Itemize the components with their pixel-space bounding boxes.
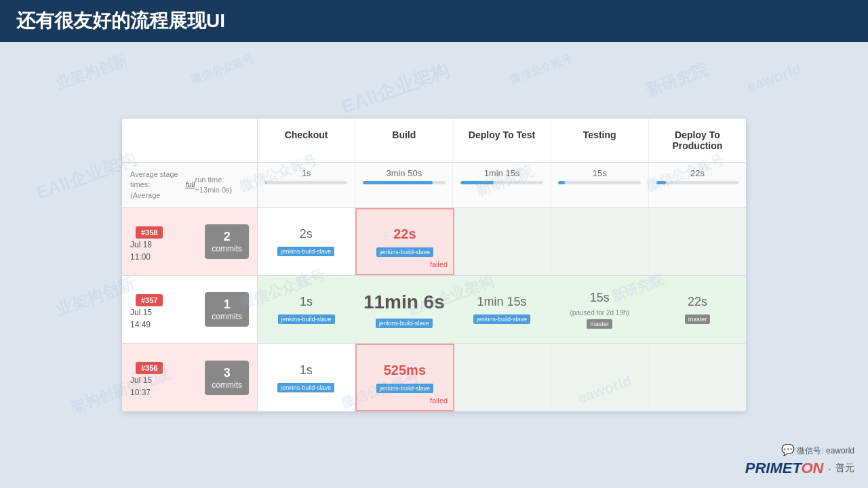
brand-name: PRIMETON	[745, 460, 824, 477]
stage-356-deploy-test	[454, 344, 552, 411]
commits-label-357: commits	[212, 312, 242, 321]
commits-box-357: 1 commits	[205, 292, 249, 327]
stage-cells-357: 1s jenkins-build-slave 11min 6s jenkins-…	[258, 276, 746, 343]
stage-357-testing-agent: master	[587, 319, 612, 329]
stage-357-deploy-prod-time: 22s	[688, 295, 707, 309]
stage-header-deploy-prod: Deploy ToProduction	[649, 119, 746, 162]
avg-deploy-test-fill	[460, 181, 494, 184]
avg-deploy-prod-bar	[656, 181, 739, 184]
avg-testing-time: 15s	[554, 168, 646, 178]
avg-checkout-bar	[265, 181, 348, 184]
avg-build-fill	[363, 181, 433, 184]
stage-358-checkout-time: 2s	[300, 227, 313, 241]
avg-checkout-fill	[265, 181, 267, 184]
avg-checkout: 1s	[258, 163, 355, 207]
avg-info-label: Average stage times:(Average full run ti…	[122, 163, 258, 207]
left-info-header	[122, 119, 258, 162]
build-meta-357: #357 Jul 1514:49	[130, 289, 199, 331]
stage-358-testing	[552, 208, 650, 275]
build-info-358: #358 Jul 1811:00 2 commits	[122, 208, 258, 275]
build-info-357: #357 Jul 1514:49 1 commits	[122, 276, 258, 343]
wechat-icon: 💬	[781, 444, 795, 455]
stage-357-build-time: 11min 6s	[363, 291, 445, 313]
avg-cells: 1s 3min 50s 1min 15s	[258, 163, 746, 207]
stage-357-checkout: 1s jenkins-build-slave	[258, 276, 355, 343]
avg-checkout-time: 1s	[260, 168, 352, 178]
stage-357-build: 11min 6s jenkins-build-slave	[355, 276, 453, 343]
stage-header-deploy-test: Deploy To Test	[453, 119, 551, 162]
page-header: 还有很友好的流程展现UI	[0, 0, 868, 42]
stage-cells-356: 1s jenkins-build-slave 525ms jenkins-bui…	[258, 344, 746, 411]
avg-testing: 15s	[551, 163, 649, 207]
stage-header-build: Build	[355, 119, 453, 162]
build-meta-358: #358 Jul 1811:00	[130, 221, 199, 263]
stage-356-build: 525ms jenkins-build-slave failed	[355, 344, 455, 411]
build-badge-357[interactable]: #357	[136, 294, 163, 306]
stage-358-build-failed: failed	[430, 260, 448, 268]
stage-357-checkout-time: 1s	[300, 295, 313, 309]
commits-num-358: 2	[212, 230, 242, 244]
average-row: Average stage times:(Average full run ti…	[122, 163, 746, 208]
stage-358-deploy-prod	[649, 208, 746, 275]
stage-358-build-agent: jenkins-build-slave	[376, 247, 433, 257]
wechat-info: 💬 微信号: eaworld	[781, 443, 854, 457]
brand-dot: ·	[827, 461, 831, 476]
stage-header-checkout: Checkout	[258, 119, 355, 162]
stage-356-testing	[552, 344, 650, 411]
stage-356-checkout-time: 1s	[300, 363, 313, 378]
build-date-357: Jul 1514:49	[130, 306, 199, 331]
avg-testing-bar	[558, 181, 641, 184]
build-badge-356[interactable]: #356	[136, 362, 163, 374]
stage-358-build: 22s jenkins-build-slave failed	[355, 208, 455, 275]
stage-357-build-agent: jenkins-build-slave	[376, 319, 433, 328]
stage-356-checkout-agent: jenkins-build-slave	[277, 383, 334, 392]
build-badge-358[interactable]: #358	[136, 226, 163, 239]
brand-chinese: 普元	[835, 462, 854, 474]
stage-357-testing-time: 15s	[590, 291, 610, 305]
content-area: Checkout Build Deploy To Test Testing De…	[0, 42, 868, 488]
avg-build-time: 3min 50s	[358, 168, 450, 178]
stage-357-testing-paused: (paused for 2d 19h)	[570, 309, 629, 317]
avg-deploy-prod: 22s	[649, 163, 746, 207]
avg-build: 3min 50s	[355, 163, 453, 207]
avg-deploy-test-bar	[460, 181, 543, 184]
stage-356-build-failed: failed	[430, 396, 448, 405]
avg-testing-fill	[558, 181, 565, 184]
stage-358-checkout-agent: jenkins-build-slave	[277, 247, 334, 256]
stage-358-build-time: 22s	[393, 226, 416, 242]
commits-box-356: 3 commits	[205, 361, 249, 395]
logo-area: 💬 微信号: eaworld PRIMETON · 普元	[745, 443, 854, 477]
wechat-label: 微信号: eaworld	[797, 446, 854, 455]
commits-label-356: commits	[212, 380, 242, 390]
avg-deploy-test: 1min 15s	[453, 163, 551, 207]
stage-356-checkout: 1s jenkins-build-slave	[258, 344, 355, 411]
avg-deploy-test-time: 1min 15s	[456, 168, 547, 178]
page-title: 还有很友好的流程展现UI	[16, 8, 225, 34]
avg-deploy-prod-time: 22s	[652, 168, 743, 178]
build-info-356: #356 Jul 1510:37 3 commits	[122, 344, 258, 411]
build-row-356: #356 Jul 1510:37 3 commits 1s jenkins-bu…	[122, 344, 746, 411]
stage-356-build-time: 525ms	[384, 363, 426, 378]
build-date-356: Jul 1510:37	[130, 374, 199, 399]
stage-358-deploy-test	[454, 208, 552, 275]
pipeline-container: Checkout Build Deploy To Test Testing De…	[122, 119, 746, 411]
build-date-358: Jul 1811:00	[130, 239, 199, 263]
stage-357-checkout-agent: jenkins-build-slave	[278, 314, 335, 324]
build-row-357: #357 Jul 1514:49 1 commits 1s jenkins-bu…	[122, 276, 746, 344]
stage-357-deploy-prod: 22s master	[649, 276, 746, 343]
stages-header: Checkout Build Deploy To Test Testing De…	[122, 119, 746, 163]
stage-357-deploy-test-agent: jenkins-build-slave	[473, 314, 530, 324]
commits-box-358: 2 commits	[205, 224, 249, 259]
stage-header-testing: Testing	[551, 119, 649, 162]
build-row-358: #358 Jul 1811:00 2 commits 2s jenkins-bu…	[122, 208, 746, 276]
stage-357-deploy-prod-agent: master	[685, 314, 711, 324]
stage-cells-358: 2s jenkins-build-slave 22s jenkins-build…	[258, 208, 746, 275]
commits-num-357: 1	[212, 298, 242, 312]
build-meta-356: #356 Jul 1510:37	[130, 357, 199, 399]
stage-357-deploy-test: 1min 15s jenkins-build-slave	[453, 276, 551, 343]
stage-header-cells: Checkout Build Deploy To Test Testing De…	[258, 119, 746, 162]
primeton-logo: PRIMETON · 普元	[745, 460, 854, 477]
commits-num-356: 3	[212, 366, 242, 380]
stage-356-build-agent: jenkins-build-slave	[376, 384, 433, 393]
avg-build-bar	[363, 181, 446, 184]
